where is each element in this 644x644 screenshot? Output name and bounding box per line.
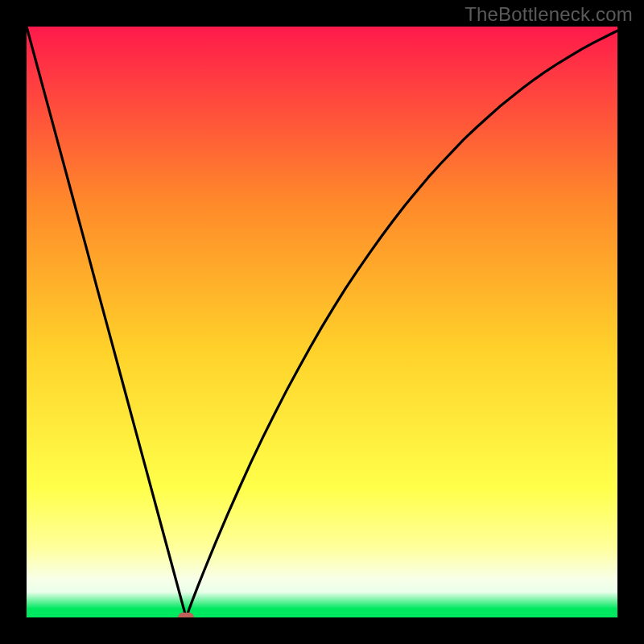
bottleneck-curve	[27, 27, 617, 617]
minimum-marker	[178, 613, 194, 617]
chart-frame: TheBottleneck.com	[0, 0, 644, 644]
watermark-text: TheBottleneck.com	[464, 3, 633, 26]
plot-area	[27, 27, 617, 617]
